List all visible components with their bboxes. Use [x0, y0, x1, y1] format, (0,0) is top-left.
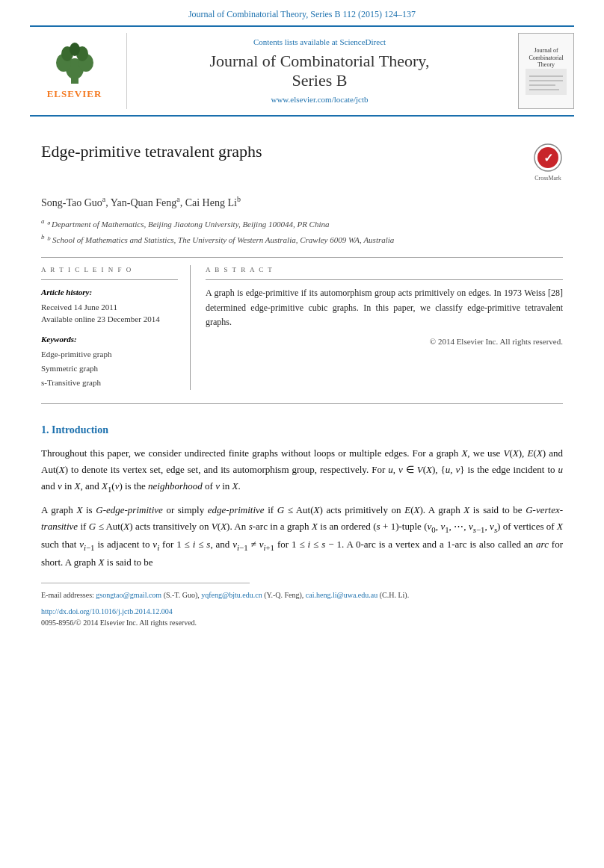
svg-text:✓: ✓ — [543, 152, 553, 164]
elsevier-logo: ELSEVIER — [30, 33, 127, 109]
section-divider — [41, 257, 563, 258]
crossmark-label: CrossMark — [534, 174, 561, 183]
abstract-header: A B S T R A C T — [206, 265, 563, 276]
abstract-text: A graph is edge-primitive if its automor… — [206, 286, 563, 329]
journal-citation: Journal of Combinatorial Theory, Series … — [188, 9, 416, 19]
info-abstract-columns: A R T I C L E I N F O Article history: R… — [41, 265, 563, 390]
intro-para-2: A graph X is G-edge-primitive or simply … — [41, 502, 563, 571]
keyword-1: Edge-primitive graph — [41, 347, 178, 362]
journal-title-block: Contents lists available at ScienceDirec… — [127, 33, 512, 109]
introduction-section: 1. Introduction Throughout this paper, w… — [41, 422, 563, 571]
crossmark: ✓ CrossMark — [533, 143, 563, 183]
keyword-3: s-Transitive graph — [41, 376, 178, 390]
and-word: and — [549, 447, 563, 459]
journal-header: Journal of Combinatorial Theory, Series … — [0, 0, 604, 25]
abstract-column: A B S T R A C T A graph is edge-primitiv… — [206, 265, 563, 390]
doi-url[interactable]: http://dx.doi.org/10.1016/j.jctb.2014.12… — [41, 607, 173, 616]
intro-title: 1. Introduction — [41, 422, 563, 438]
keywords-label: Keywords: — [41, 333, 178, 346]
paper-container: Edge-primitive tetravalent graphs ✓ Cros… — [0, 117, 604, 643]
footnote-rule — [41, 583, 250, 583]
copyright: © 2014 Elsevier Inc. All rights reserved… — [206, 335, 563, 348]
elsevier-tree-icon — [41, 40, 108, 85]
publisher-bar: ELSEVIER Contents lists available at Sci… — [30, 25, 574, 117]
keyword-2: Symmetric graph — [41, 362, 178, 376]
affiliations: a ᵃ Department of Mathematics, Beijing J… — [41, 216, 563, 247]
svg-rect-7 — [526, 69, 567, 95]
received-date: Received 14 June 2011 — [41, 301, 178, 314]
section-divider-2 — [41, 403, 563, 404]
sciencedirect-link[interactable]: ScienceDirect — [339, 37, 386, 46]
paper-title: Edge-primitive tetravalent graphs — [41, 139, 522, 164]
email-3[interactable]: cai.heng.li@uwa.edu.au — [306, 591, 378, 599]
history-label: Article history: — [41, 286, 178, 299]
journal-thumbnail: Journal ofCombinatorialTheory — [518, 33, 574, 109]
thumbnail-title: Journal ofCombinatorialTheory — [528, 47, 563, 69]
info-rule — [41, 279, 178, 280]
article-info-header: A R T I C L E I N F O — [41, 265, 178, 276]
article-info-column: A R T I C L E I N F O Article history: R… — [41, 265, 191, 390]
journal-url[interactable]: www.elsevier.com/locate/jctb — [271, 93, 368, 106]
journal-main-title: Journal of Combinatorial Theory,Series B — [210, 52, 430, 91]
email-label: E-mail addresses: — [41, 591, 94, 599]
email-2[interactable]: yqfeng@bjtu.edu.cn — [201, 591, 262, 599]
paper-title-row: Edge-primitive tetravalent graphs ✓ Cros… — [41, 139, 563, 183]
doi-link: http://dx.doi.org/10.1016/j.jctb.2014.12… — [41, 606, 563, 617]
elsevier-label: ELSEVIER — [47, 87, 102, 102]
authors-line: Song-Tao Guoa, Yan-Quan Fenga, Cai Heng … — [41, 193, 563, 211]
crossmark-icon: ✓ — [533, 143, 563, 173]
footnote-emails: E-mail addresses: gsongtao@gmail.com (S.… — [41, 589, 563, 601]
email-1[interactable]: gsongtao@gmail.com — [96, 591, 161, 599]
acts-word: acts — [398, 288, 412, 298]
available-date: Available online 23 December 2014 — [41, 313, 178, 326]
issn-text: 0095-8956/© 2014 Elsevier Inc. All right… — [41, 617, 563, 628]
abstract-rule — [206, 279, 563, 280]
thumbnail-cover-icon — [526, 69, 567, 95]
contents-line: Contents lists available at ScienceDirec… — [253, 36, 386, 49]
svg-point-6 — [70, 43, 80, 56]
intro-para-1: Throughout this paper, we consider undir… — [41, 445, 563, 496]
